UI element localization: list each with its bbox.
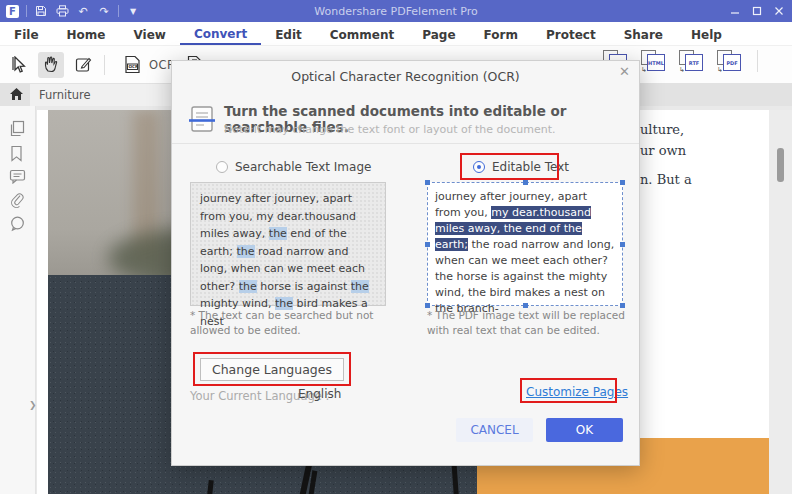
divider	[757, 50, 758, 72]
divider	[104, 55, 105, 75]
divider	[172, 143, 639, 144]
hand-tool-icon[interactable]	[38, 52, 64, 78]
svg-text:OCR: OCR	[128, 64, 139, 69]
selection-handle[interactable]	[523, 180, 528, 185]
home-tab-icon[interactable]	[9, 87, 24, 101]
attachment-icon[interactable]	[9, 191, 25, 208]
scan-document-icon	[187, 104, 217, 134]
convert-arrow-icon: ↳	[717, 66, 723, 74]
close-button[interactable]	[774, 6, 784, 16]
cancel-button[interactable]: CANCEL	[456, 418, 533, 442]
convert-to-pdf-icon[interactable]: PDF ↳	[717, 50, 743, 76]
doc-front-icon: PDF	[723, 54, 741, 71]
menu-share[interactable]: Share	[610, 24, 677, 44]
bookmark-icon[interactable]	[9, 145, 24, 162]
panel-expand-chevron-icon[interactable]: ❯	[29, 400, 37, 410]
page-text-fragment: ur own	[640, 143, 686, 158]
menu-comment[interactable]: Comment	[316, 24, 408, 44]
radio-unchecked-icon[interactable]	[216, 161, 228, 173]
preview-highlight: the	[239, 280, 257, 293]
ocr-tool-icon[interactable]: OCR	[119, 52, 145, 78]
customize-pages-link[interactable]: Customize Pages	[526, 385, 628, 399]
thumbnails-icon[interactable]	[9, 120, 26, 137]
titlebar: F ↶ ↷ ▼ Wondershare PDFelement Pro	[0, 0, 792, 22]
dialog-close-icon[interactable]: ✕	[619, 65, 630, 78]
menu-protect[interactable]: Protect	[532, 24, 610, 44]
dialog-note: Note:It may change the text font or layo…	[224, 123, 556, 136]
doc-front-icon: RTF	[685, 54, 703, 71]
preview-highlight: the	[351, 280, 369, 293]
editable-text-preview[interactable]: journey after journey, apart from you, m…	[427, 182, 623, 306]
searchable-footnote: * The text can be searched but not allow…	[190, 308, 395, 338]
option-searchable-text-image[interactable]: Searchable Text Image	[216, 160, 371, 174]
comment-panel-icon[interactable]	[9, 169, 26, 184]
chat-bubble-icon[interactable]	[9, 216, 26, 232]
menu-edit[interactable]: Edit	[261, 24, 316, 44]
convert-to-rtf-icon[interactable]: RTF ↳	[679, 50, 705, 76]
menu-form[interactable]: Form	[470, 24, 532, 44]
minimize-button[interactable]	[730, 6, 740, 16]
scanned-text-preview: journey after journey, apart from you, m…	[190, 182, 386, 306]
selection-handle[interactable]	[620, 303, 625, 308]
menu-page[interactable]: Page	[408, 24, 469, 44]
pdfelement-window: { "app": { "title": "Wondershare PDFelem…	[0, 0, 792, 494]
ocr-dialog: Optical Character Recognition (OCR) ✕ Tu…	[171, 60, 640, 466]
maximize-button[interactable]	[752, 6, 762, 16]
page-text-fragment: ulture,	[640, 122, 684, 137]
edit-tool-icon[interactable]	[70, 52, 96, 78]
menu-file[interactable]: File	[0, 24, 53, 44]
menu-home[interactable]: Home	[53, 24, 120, 44]
current-language-value: English	[298, 387, 341, 401]
menubar: File Home View Convert Edit Comment Page…	[0, 22, 792, 46]
doc-front-icon: HTML	[647, 54, 665, 71]
select-tool-icon[interactable]	[6, 52, 32, 78]
radio-checked-icon[interactable]	[473, 161, 485, 173]
option-label: Editable Text	[492, 160, 569, 174]
preview-highlight: the	[269, 227, 287, 240]
vertical-scrollbar[interactable]	[769, 110, 792, 494]
option-label: Searchable Text Image	[235, 160, 371, 174]
option-editable-text[interactable]: Editable Text	[473, 160, 569, 174]
dialog-title: Optical Character Recognition (OCR)	[172, 69, 639, 84]
window-title: Wondershare PDFelement Pro	[0, 5, 792, 18]
selection-handle[interactable]	[523, 303, 528, 308]
selection-handle[interactable]	[620, 180, 625, 185]
preview-highlight: the	[237, 245, 255, 258]
scrollbar-thumb[interactable]	[777, 148, 784, 182]
selection-handle[interactable]	[425, 242, 430, 247]
menu-help[interactable]: Help	[677, 24, 736, 44]
selection-handle[interactable]	[425, 180, 430, 185]
menu-view[interactable]: View	[120, 24, 180, 44]
page-text-fragment: n. But a	[640, 172, 692, 187]
ok-button[interactable]: OK	[546, 418, 623, 442]
left-panel-sidebar: ❯	[0, 106, 36, 494]
convert-arrow-icon: ↳	[679, 66, 685, 74]
selection-handle[interactable]	[425, 303, 430, 308]
editable-footnote: * The PDF image text will be replaced wi…	[427, 308, 632, 338]
convert-to-html-icon[interactable]: HTML ↳	[641, 50, 667, 76]
menu-convert[interactable]: Convert	[180, 23, 261, 45]
convert-arrow-icon: ↳	[641, 66, 647, 74]
selection-handle[interactable]	[620, 242, 625, 247]
change-languages-button[interactable]: Change Languages	[200, 358, 344, 381]
preview-text: horse is against	[257, 280, 351, 293]
